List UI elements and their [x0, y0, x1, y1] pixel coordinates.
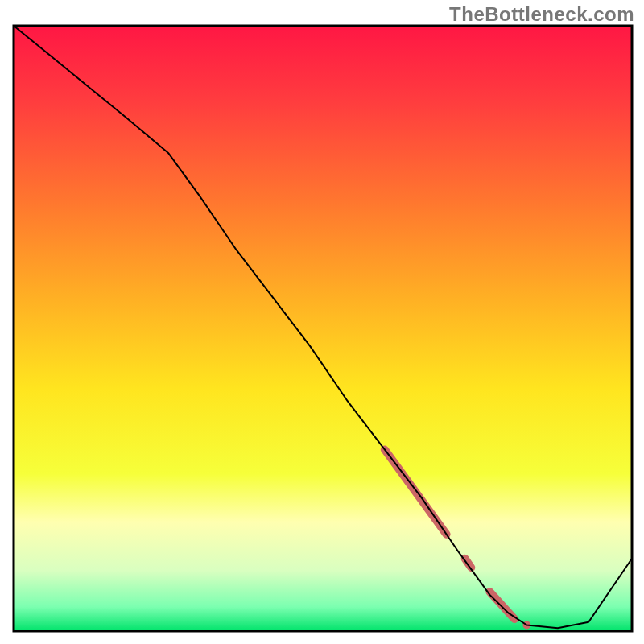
plot-background — [14, 26, 632, 631]
watermark-text: TheBottleneck.com — [449, 3, 634, 26]
chart-svg — [0, 0, 644, 644]
chart-frame: TheBottleneck.com — [0, 0, 644, 644]
